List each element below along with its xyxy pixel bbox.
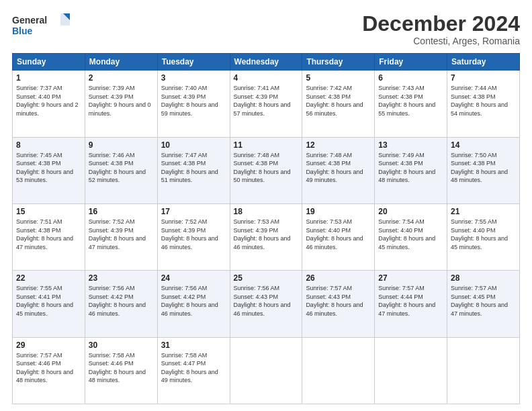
- table-cell: 4 Sunrise: 7:41 AM Sunset: 4:39 PM Dayli…: [230, 71, 302, 137]
- day-info: Sunrise: 7:53 AM Sunset: 4:39 PM Dayligh…: [234, 218, 299, 251]
- sunrise-label: Sunrise: 7:46 AM: [89, 152, 135, 158]
- sunrise-label: Sunrise: 7:55 AM: [16, 285, 62, 291]
- day-info: Sunrise: 7:37 AM Sunset: 4:40 PM Dayligh…: [16, 84, 81, 118]
- daylight-label: Daylight: 8 hours and 46 minutes.: [89, 302, 146, 317]
- day-number: 20: [378, 207, 443, 216]
- sunrise-label: Sunrise: 7:39 AM: [89, 85, 135, 91]
- daylight-label: Daylight: 8 hours and 47 minutes.: [378, 302, 435, 317]
- daylight-label: Daylight: 8 hours and 48 minutes.: [89, 369, 146, 384]
- day-info: Sunrise: 7:57 AM Sunset: 4:45 PM Dayligh…: [451, 284, 516, 318]
- header: General Blue December 2024 Contesti, Arg…: [12, 12, 520, 46]
- table-cell: 28 Sunrise: 7:57 AM Sunset: 4:45 PM Dayl…: [447, 271, 520, 337]
- sunset-label: Sunset: 4:46 PM: [89, 360, 134, 367]
- day-number: 1: [16, 73, 81, 83]
- day-number: 7: [451, 73, 516, 83]
- table-cell: 10 Sunrise: 7:47 AM Sunset: 4:38 PM Dayl…: [157, 137, 230, 203]
- day-info: Sunrise: 7:48 AM Sunset: 4:38 PM Dayligh…: [306, 151, 371, 185]
- daylight-label: Daylight: 8 hours and 47 minutes.: [16, 235, 73, 250]
- sunrise-label: Sunrise: 7:56 AM: [234, 285, 280, 291]
- col-thursday: Thursday: [302, 54, 375, 71]
- table-cell: 19 Sunrise: 7:53 AM Sunset: 4:40 PM Dayl…: [302, 203, 375, 270]
- sunrise-label: Sunrise: 7:40 AM: [161, 85, 208, 91]
- sunset-label: Sunset: 4:38 PM: [89, 160, 134, 167]
- day-info: Sunrise: 7:43 AM Sunset: 4:38 PM Dayligh…: [378, 84, 443, 118]
- title-block: December 2024 Contesti, Arges, Romania: [362, 12, 520, 46]
- sunrise-label: Sunrise: 7:53 AM: [234, 218, 280, 225]
- daylight-label: Daylight: 8 hours and 56 minutes.: [306, 101, 363, 117]
- table-cell: 22 Sunrise: 7:55 AM Sunset: 4:41 PM Dayl…: [13, 271, 85, 337]
- header-row: Sunday Monday Tuesday Wednesday Thursday…: [13, 54, 520, 71]
- sunrise-label: Sunrise: 7:43 AM: [378, 85, 425, 91]
- sunrise-label: Sunrise: 7:48 AM: [306, 152, 352, 158]
- table-cell: 23 Sunrise: 7:56 AM Sunset: 4:42 PM Dayl…: [85, 271, 157, 337]
- daylight-label: Daylight: 8 hours and 59 minutes.: [161, 101, 218, 117]
- sunset-label: Sunset: 4:39 PM: [161, 227, 206, 234]
- day-info: Sunrise: 7:48 AM Sunset: 4:38 PM Dayligh…: [234, 151, 299, 185]
- day-info: Sunrise: 7:57 AM Sunset: 4:46 PM Dayligh…: [16, 351, 81, 385]
- table-cell: 17 Sunrise: 7:52 AM Sunset: 4:39 PM Dayl…: [157, 203, 230, 270]
- sunrise-label: Sunrise: 7:57 AM: [451, 285, 497, 291]
- daylight-label: Daylight: 9 hours and 0 minutes.: [89, 101, 151, 117]
- day-number: 18: [234, 207, 299, 216]
- day-info: Sunrise: 7:53 AM Sunset: 4:40 PM Dayligh…: [306, 218, 371, 251]
- sunset-label: Sunset: 4:39 PM: [161, 93, 206, 100]
- day-number: 9: [89, 140, 154, 150]
- day-number: 8: [16, 140, 81, 150]
- sunrise-label: Sunrise: 7:58 AM: [161, 352, 208, 359]
- table-cell: 16 Sunrise: 7:52 AM Sunset: 4:39 PM Dayl…: [85, 203, 157, 270]
- daylight-label: Daylight: 8 hours and 54 minutes.: [451, 101, 508, 117]
- day-number: 22: [16, 273, 81, 283]
- table-cell: 31 Sunrise: 7:58 AM Sunset: 4:47 PM Dayl…: [157, 337, 230, 404]
- day-info: Sunrise: 7:55 AM Sunset: 4:40 PM Dayligh…: [451, 218, 516, 251]
- table-cell: 18 Sunrise: 7:53 AM Sunset: 4:39 PM Dayl…: [230, 203, 302, 270]
- sunset-label: Sunset: 4:42 PM: [161, 293, 206, 300]
- table-cell: 30 Sunrise: 7:58 AM Sunset: 4:46 PM Dayl…: [85, 337, 157, 404]
- daylight-label: Daylight: 8 hours and 46 minutes.: [234, 302, 291, 317]
- sunset-label: Sunset: 4:45 PM: [451, 293, 496, 300]
- day-number: 21: [451, 207, 516, 216]
- day-number: 31: [161, 340, 226, 350]
- day-info: Sunrise: 7:55 AM Sunset: 4:41 PM Dayligh…: [16, 284, 81, 318]
- sunrise-label: Sunrise: 7:55 AM: [451, 218, 497, 225]
- col-monday: Monday: [85, 54, 157, 71]
- table-cell: 2 Sunrise: 7:39 AM Sunset: 4:39 PM Dayli…: [85, 71, 157, 137]
- table-cell: [302, 337, 375, 404]
- table-cell: 27 Sunrise: 7:57 AM Sunset: 4:44 PM Dayl…: [375, 271, 447, 337]
- sunrise-label: Sunrise: 7:57 AM: [306, 285, 352, 291]
- day-number: 27: [378, 273, 443, 283]
- day-number: 14: [451, 140, 516, 150]
- day-number: 19: [306, 207, 371, 216]
- table-cell: 7 Sunrise: 7:44 AM Sunset: 4:38 PM Dayli…: [447, 71, 520, 137]
- sunset-label: Sunset: 4:38 PM: [378, 160, 423, 167]
- sunset-label: Sunset: 4:46 PM: [16, 360, 61, 367]
- day-number: 24: [161, 273, 226, 283]
- page: General Blue December 2024 Contesti, Arg…: [0, 0, 532, 411]
- day-number: 11: [234, 140, 299, 150]
- col-friday: Friday: [375, 54, 447, 71]
- col-wednesday: Wednesday: [230, 54, 302, 71]
- day-info: Sunrise: 7:46 AM Sunset: 4:38 PM Dayligh…: [89, 151, 154, 185]
- day-info: Sunrise: 7:56 AM Sunset: 4:42 PM Dayligh…: [89, 284, 154, 318]
- table-cell: 20 Sunrise: 7:54 AM Sunset: 4:40 PM Dayl…: [375, 203, 447, 270]
- daylight-label: Daylight: 8 hours and 49 minutes.: [161, 369, 218, 384]
- day-info: Sunrise: 7:50 AM Sunset: 4:38 PM Dayligh…: [451, 151, 516, 185]
- logo-svg: General Blue: [12, 12, 73, 39]
- sunrise-label: Sunrise: 7:50 AM: [451, 152, 497, 158]
- daylight-label: Daylight: 8 hours and 45 minutes.: [16, 302, 73, 317]
- daylight-label: Daylight: 9 hours and 2 minutes.: [16, 101, 79, 117]
- day-info: Sunrise: 7:52 AM Sunset: 4:39 PM Dayligh…: [161, 218, 226, 251]
- daylight-label: Daylight: 8 hours and 46 minutes.: [306, 302, 363, 317]
- table-cell: 13 Sunrise: 7:49 AM Sunset: 4:38 PM Dayl…: [375, 137, 447, 203]
- sunset-label: Sunset: 4:42 PM: [89, 293, 134, 300]
- table-cell: 8 Sunrise: 7:45 AM Sunset: 4:38 PM Dayli…: [13, 137, 85, 203]
- col-saturday: Saturday: [447, 54, 520, 71]
- day-number: 13: [378, 140, 443, 150]
- day-info: Sunrise: 7:51 AM Sunset: 4:38 PM Dayligh…: [16, 218, 81, 251]
- sunset-label: Sunset: 4:38 PM: [161, 160, 206, 167]
- day-number: 23: [89, 273, 154, 283]
- table-cell: 21 Sunrise: 7:55 AM Sunset: 4:40 PM Dayl…: [447, 203, 520, 270]
- table-cell: 6 Sunrise: 7:43 AM Sunset: 4:38 PM Dayli…: [375, 71, 447, 137]
- svg-text:General: General: [12, 15, 47, 26]
- table-cell: 12 Sunrise: 7:48 AM Sunset: 4:38 PM Dayl…: [302, 137, 375, 203]
- logo: General Blue: [12, 12, 73, 39]
